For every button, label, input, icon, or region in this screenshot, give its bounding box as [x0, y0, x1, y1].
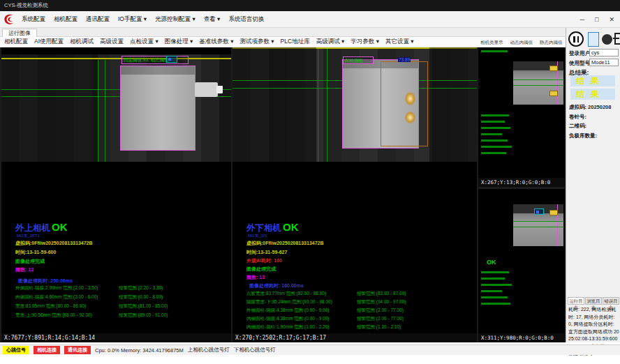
middle-count: 圈数: 13 — [246, 274, 265, 281]
middle-elapsed: 图像处理耗时: 160.00ms — [249, 282, 304, 289]
tab-error-log[interactable]: 错误日志 — [603, 297, 619, 305]
toolbar-image-processing[interactable]: 图像处理 ▾ — [165, 38, 193, 46]
operator-button[interactable] — [602, 34, 612, 45]
measurement-row: 点胶宽度:83.77mm 范围:(82.00 - 88.00) 报警范围:(83… — [246, 291, 477, 297]
toolbar-spot-check[interactable]: 点检设置 ▾ — [130, 38, 158, 46]
measure-value: 宽度:83.05mm 范围:(80.00 - 86.00) — [15, 303, 86, 308]
overlay-green-vline — [98, 60, 98, 162]
overlay-green-vline — [105, 60, 105, 162]
thumb-yellow-chip — [549, 91, 558, 96]
thumb-text-line — [481, 121, 505, 123]
measurement-row: 隔膜宽度-下:95.24mm 范围:(93.00 - 98.00) 报警范围:(… — [246, 299, 477, 305]
thumb-text-line — [481, 278, 505, 280]
login-user-field[interactable]: cys — [589, 49, 619, 56]
right-bottom-result: OK — [487, 259, 496, 266]
exit-button[interactable] — [614, 33, 620, 45]
overlay-green-vline — [327, 49, 327, 162]
tab-run-log[interactable]: 运行日志 — [568, 297, 584, 305]
maximize-icon[interactable]: □ — [595, 16, 598, 23]
left-elapsed: 图像处理耗时: 250.00ms — [18, 278, 73, 285]
alarm-range: 报警范围:(2.00 - 77.00) — [357, 316, 404, 322]
alarm-range: 报警范围:(2.20 - 3.30) — [119, 285, 163, 291]
left-camera-ok: OK — [52, 221, 68, 233]
camera-thumb-bottom[interactable] — [513, 204, 563, 246]
minimize-icon[interactable]: ─ — [580, 16, 584, 23]
menu-item-comm-config[interactable]: 通讯配置 — [86, 15, 110, 24]
toolbar-learning-params[interactable]: 学习参数 ▾ — [350, 38, 379, 46]
thumb-text-line — [481, 303, 510, 305]
menu-item-light-config[interactable]: 光源控制配置 ▾ — [155, 15, 195, 24]
camera-thumb-top[interactable] — [513, 61, 563, 105]
menu-items: 系统配置 相机配置 通讯配置 IO手配置 ▾ 光源控制配置 ▾ 查看 ▾ 系统语… — [22, 15, 264, 24]
middle-coordinate-bar: X:270;Y:2502;R:17;G:17;B:17 — [232, 333, 477, 342]
app-logo-icon — [2, 13, 16, 26]
toolbar-baseline-params[interactable]: 基准线参数 ▾ — [199, 38, 233, 46]
middle-time: 时间:13-31-59-627 — [246, 249, 287, 256]
left-time: 时间:13-31-59-600 — [15, 249, 56, 256]
toolbar-other-settings[interactable]: 其它设置 ▾ — [385, 38, 414, 46]
left-count: 圈数: 13 — [15, 266, 34, 273]
middle-camera-panel: AI检测框 73.89 外下相机OK MG夹_0/0 虚拟码:0Ffiiw202… — [232, 47, 477, 342]
toolbar-camera-config[interactable]: 相机配置 — [4, 38, 28, 46]
negative-count-label: 负极库数量: — [569, 132, 597, 139]
qr-code-label: 二维码: — [569, 123, 586, 130]
toolbar-plc-address[interactable]: PLC地址库 — [281, 38, 310, 46]
model-field[interactable]: Mode11 — [589, 59, 619, 66]
right-panel-header: 相机类显示 动态内阈值 静态内阈值 — [480, 40, 563, 46]
alarm-range: 报警范围:(89.00 - 91.00) — [119, 312, 168, 319]
overlay-green-hline — [513, 85, 563, 86]
measure-value: 内侧圆柱-隔膜:4.60mm 范围:(3.00 - 6.00) — [15, 294, 98, 299]
header-camera-display[interactable]: 相机类显示 — [480, 40, 503, 46]
middle-status: 图像处理完成 — [246, 266, 276, 273]
measure-value: 外侧圆柱-隔膜:4.38mm 范围:(0.00 - 9.00) — [246, 308, 329, 312]
log-tab-strip: 运行日志 浏览日志 错误日志 — [568, 297, 619, 305]
user-login-button[interactable] — [588, 32, 599, 47]
menu-item-camera-config[interactable]: 相机配置 — [54, 15, 78, 24]
right-bottom-coordinate-bar: X:311;Y:980;R:0;G:0;B:0 — [478, 333, 565, 342]
measure-value: 内侧圆柱-隔膜:4.38mm 范围:(0.00 - 9.00) — [246, 316, 329, 321]
right-top-camera-panel: X:267;Y:13;R:0;G:0;B:0 — [478, 47, 565, 187]
left-status: 图像处理完成 — [15, 258, 45, 265]
header-static-threshold[interactable]: 静态内阈值 — [540, 40, 563, 46]
thumb-text-line — [481, 152, 506, 154]
overlay-green-vline — [318, 49, 318, 162]
left-camera-sub: MG夹_0FT1 — [17, 233, 40, 239]
toolbar-test-params[interactable]: 测试项参数 ▾ — [239, 38, 274, 46]
measurement-row: 外侧圆柱-隔膜:2.99mm 范围:(2.00 - 3.50) 报警范围:(2.… — [15, 285, 246, 291]
camera-connect-badge: 相机连接 — [34, 346, 60, 354]
thumb-text-line — [481, 133, 502, 135]
right-top-coordinate-bar: X:267;Y:13;R:0;G:0;B:0 — [478, 178, 565, 187]
menu-item-view[interactable]: 查看 ▾ — [204, 15, 221, 24]
toolbar-camera-debug[interactable]: 相机调试 — [70, 38, 94, 46]
thumb-text-line — [481, 50, 508, 52]
measurement-row: 外侧圆柱-隔膜:4.38mm 范围:(0.00 - 9.00) 报警范围:(2.… — [246, 308, 477, 314]
pause-button[interactable] — [568, 31, 584, 47]
menu-item-system-config[interactable]: 系统配置 — [22, 15, 45, 24]
tab-run-image[interactable]: 运行图像 — [2, 29, 37, 37]
header-dynamic-threshold[interactable]: 动态内阈值 — [510, 40, 533, 46]
measure-value: 宽度-上:90.56mm 范围:(88.00 - 92.00) — [15, 312, 92, 317]
camera-view-middle[interactable]: AI检测框 73.89 — [232, 47, 477, 162]
toolbar-advanced-settings[interactable]: 高级设置 — [100, 38, 124, 46]
threshold-overlay-label: 固定阈值:93, 动态阈值:100 — [121, 56, 189, 64]
menu-item-io-config[interactable]: IO手配置 ▾ — [118, 15, 147, 24]
left-barcode: 虚拟码:0Ffiiw2025020813313472B — [15, 240, 93, 247]
toolbar-advanced-debug[interactable]: 高级调试 ▾ — [316, 38, 345, 46]
camera-view-left[interactable]: 固定阈值:93, 动态阈值:100 — [1, 54, 231, 162]
part-connector-tip — [216, 86, 223, 93]
part-shade — [121, 66, 195, 75]
pause-icon — [577, 36, 580, 43]
left-camera-panel: 固定阈值:93, 动态阈值:100 外上相机OK MG夹_0FT1 虚拟码:0F… — [1, 47, 231, 342]
measurement-row: 内侧圆柱-隔膜:4.60mm 范围:(3.00 - 6.00) 报警范围:(0.… — [15, 294, 246, 301]
overlay-green-hline — [513, 221, 563, 222]
sidebar: 登录用户: cys 使用型号: Mode11 总结果: 结果 结果 虚拟码: 2… — [566, 28, 620, 342]
menu-item-language[interactable]: 系统语言切换 — [228, 15, 264, 24]
window-titlebar: CYS-视觉检测系统 — [0, 0, 620, 11]
thumb-text-line — [481, 296, 508, 298]
measurement-row: 宽度-上:90.56mm 范围:(88.00 - 92.00) 报警范围:(89… — [15, 312, 246, 319]
close-icon[interactable]: ✕ — [609, 16, 614, 23]
toolbar-ai-config[interactable]: AI使用配置 — [34, 38, 64, 46]
virtual-code-label: 虚拟码: 20250208 — [569, 104, 611, 111]
tab-browse-log[interactable]: 浏览日志 — [585, 297, 602, 305]
alarm-range: 报警范围:(0.00 - 8.00) — [119, 294, 163, 301]
